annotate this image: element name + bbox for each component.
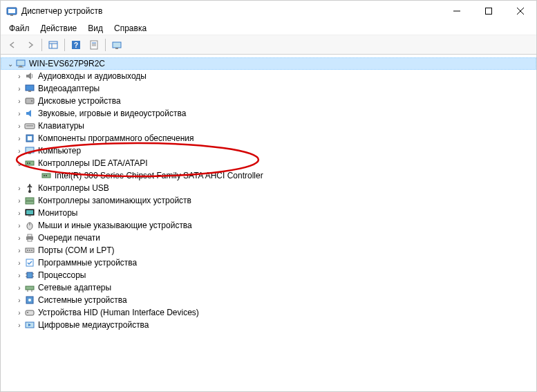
- titlebar: Диспетчер устройств: [1, 1, 536, 21]
- svg-rect-40: [26, 201, 34, 204]
- menu-file[interactable]: Файл: [3, 22, 35, 35]
- show-hide-console-button[interactable]: [45, 37, 62, 53]
- expand-icon[interactable]: ⌄: [15, 160, 24, 167]
- expand-icon[interactable]: ›: [15, 110, 24, 118]
- svg-rect-64: [26, 310, 34, 315]
- svg-rect-23: [28, 91, 31, 92]
- component-icon: [24, 133, 35, 144]
- svg-point-38: [28, 190, 31, 193]
- svg-rect-48: [28, 239, 32, 241]
- tree-category[interactable]: ›Порты (COM и LPT): [1, 244, 536, 256]
- window-title: Диспетчер устройств: [21, 6, 441, 16]
- expand-icon[interactable]: ›: [15, 259, 24, 267]
- tree-category[interactable]: ›Видеоадаптеры: [1, 82, 536, 95]
- tree-category-label: Системные устройства: [37, 295, 129, 305]
- tree-category[interactable]: ›Мыши и иные указывающие устройства: [1, 219, 536, 232]
- menu-help[interactable]: Справка: [109, 22, 152, 35]
- cpu-icon: [24, 270, 35, 281]
- expand-icon[interactable]: ›: [15, 185, 24, 192]
- svg-point-50: [27, 250, 28, 251]
- tree-category-label: Компоненты программного обеспечения: [37, 133, 196, 143]
- expand-icon[interactable]: ⌄: [6, 60, 15, 68]
- tree-category[interactable]: ›Очереди печати: [1, 232, 536, 244]
- close-button[interactable]: [505, 1, 536, 21]
- expand-icon[interactable]: ›: [15, 247, 24, 254]
- svg-rect-4: [486, 8, 492, 15]
- svg-rect-30: [26, 147, 34, 153]
- tree-category[interactable]: ›Аудиовходы и аудиовыходы: [1, 70, 536, 82]
- network-icon: [24, 282, 35, 293]
- monitor-icon: [24, 207, 35, 218]
- expand-icon[interactable]: ›: [15, 97, 24, 105]
- svg-rect-39: [26, 198, 34, 200]
- svg-rect-24: [26, 98, 34, 104]
- tree-category[interactable]: ›Цифровые медиаустройства: [1, 319, 536, 331]
- computer-icon: [24, 145, 35, 156]
- storage-ctrl2-icon: [24, 195, 35, 206]
- expand-icon[interactable]: ›: [15, 85, 24, 93]
- tree-category[interactable]: ›Процессоры: [1, 269, 536, 281]
- display-icon: [24, 83, 35, 94]
- tree-category[interactable]: ›Сетевые адаптеры: [1, 281, 536, 294]
- expand-icon[interactable]: ›: [15, 209, 24, 217]
- tree-category[interactable]: ›Программные устройства: [1, 256, 536, 269]
- port-icon: [24, 245, 35, 256]
- tree-category-label: Дисковые устройства: [37, 96, 122, 106]
- expand-icon[interactable]: ›: [15, 284, 24, 292]
- expand-icon[interactable]: ›: [15, 234, 24, 242]
- expand-icon[interactable]: ›: [15, 197, 24, 205]
- expand-icon[interactable]: ›: [15, 73, 24, 80]
- menu-action[interactable]: Действие: [35, 22, 83, 35]
- device-tree[interactable]: ⌄ WIN-EVS627P9R2C ›Аудиовходы и аудиовых…: [1, 55, 536, 392]
- tree-category-label: Клавиатуры: [37, 121, 86, 131]
- svg-point-52: [31, 250, 32, 251]
- maximize-button[interactable]: [473, 1, 505, 21]
- tree-category[interactable]: ›Дисковые устройства: [1, 95, 536, 107]
- svg-point-63: [28, 299, 31, 301]
- tree-category[interactable]: ›Звуковые, игровые и видеоустройства: [1, 107, 536, 120]
- disk-icon: [24, 95, 35, 106]
- expand-icon[interactable]: ›: [15, 122, 24, 130]
- tree-category[interactable]: ›Мониторы: [1, 207, 536, 219]
- tree-category[interactable]: ⌄Контроллеры IDE ATA/ATAPI: [1, 157, 536, 169]
- system-icon: [24, 295, 35, 306]
- tree-category-label: Мониторы: [37, 208, 79, 218]
- svg-rect-16: [113, 42, 121, 48]
- svg-point-34: [29, 162, 30, 164]
- expand-icon[interactable]: ›: [15, 222, 24, 230]
- expand-icon[interactable]: ›: [15, 135, 24, 142]
- tree-category[interactable]: ›Контроллеры запоминающих устройств: [1, 194, 536, 207]
- expand-icon[interactable]: ›: [15, 321, 24, 329]
- properties-button[interactable]: [86, 37, 102, 53]
- scan-hardware-button[interactable]: [109, 37, 125, 53]
- tree-device[interactable]: Intel(R) 300 Series Chipset Family SATA …: [1, 169, 536, 182]
- software-icon: [24, 257, 35, 268]
- tree-category[interactable]: ›Устройства HID (Human Interface Devices…: [1, 306, 536, 319]
- svg-point-65: [27, 312, 28, 313]
- expand-icon[interactable]: ›: [15, 309, 24, 317]
- svg-rect-7: [49, 41, 57, 48]
- tree-category[interactable]: ›Системные устройства: [1, 294, 536, 306]
- tree-category-label: Программные устройства: [37, 258, 138, 268]
- minimize-button[interactable]: [441, 1, 473, 21]
- back-button: [4, 37, 21, 53]
- tree-category-label: Очереди печати: [37, 233, 102, 243]
- tree-root[interactable]: ⌄ WIN-EVS627P9R2C: [1, 57, 536, 70]
- printer-icon: [24, 232, 35, 243]
- tree-category-label: Компьютер: [37, 146, 82, 156]
- svg-rect-29: [28, 136, 32, 140]
- help-button[interactable]: ?: [68, 37, 84, 53]
- svg-point-33: [27, 162, 28, 164]
- expand-icon[interactable]: ›: [15, 147, 24, 155]
- menu-view[interactable]: Вид: [82, 22, 109, 35]
- tree-category-label: Порты (COM и LPT): [37, 245, 116, 255]
- tree-category[interactable]: ›Компьютер: [1, 144, 536, 157]
- expand-icon[interactable]: ›: [15, 297, 24, 304]
- mouse-icon: [24, 220, 35, 231]
- expand-icon[interactable]: ›: [15, 272, 24, 279]
- hid-icon: [24, 307, 35, 318]
- tree-category[interactable]: ›Компоненты программного обеспечения: [1, 132, 536, 144]
- svg-point-36: [44, 175, 45, 176]
- tree-category[interactable]: ›Контроллеры USB: [1, 182, 536, 194]
- tree-category[interactable]: ›Клавиатуры: [1, 120, 536, 132]
